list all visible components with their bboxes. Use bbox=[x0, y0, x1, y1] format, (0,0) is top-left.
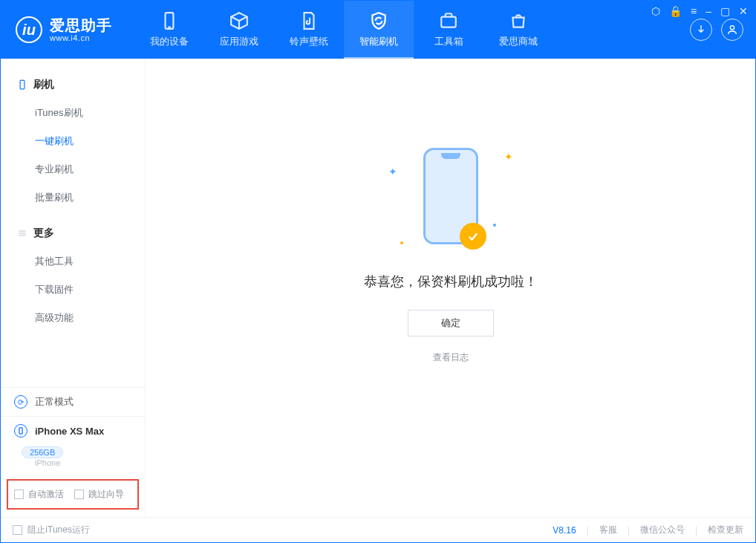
nav-label: 工具箱 bbox=[434, 35, 463, 48]
device-capacity-row: 256GB bbox=[1, 445, 145, 458]
svg-rect-4 bbox=[20, 80, 25, 89]
sparkle-icon: • bbox=[493, 219, 497, 231]
version-label: V8.16 bbox=[553, 525, 576, 536]
sidebar-item-firmware[interactable]: 下载固件 bbox=[1, 276, 145, 304]
logo-icon: iu bbox=[16, 16, 42, 43]
sidebar-item-other[interactable]: 其他工具 bbox=[1, 247, 145, 276]
wechat-link[interactable]: 微信公众号 bbox=[640, 524, 685, 536]
checkbox-label: 阻止iTunes运行 bbox=[27, 524, 90, 535]
sidebar-item-itunes[interactable]: iTunes刷机 bbox=[1, 99, 145, 127]
sparkle-icon: ✦ bbox=[504, 151, 513, 163]
sidebar-item-pro[interactable]: 专业刷机 bbox=[1, 155, 145, 183]
sidebar-scroll: 刷机 iTunes刷机 一键刷机 专业刷机 批量刷机 更多 其他工具 下载固件 … bbox=[1, 59, 145, 387]
nav-device[interactable]: 我的设备 bbox=[134, 1, 204, 59]
account-button[interactable] bbox=[721, 19, 743, 41]
nav-toolbox[interactable]: 工具箱 bbox=[414, 1, 483, 59]
status-bar: 阻止iTunes运行 V8.16 | 客服 | 微信公众号 | 检查更新 bbox=[1, 517, 755, 542]
nav-label: 我的设备 bbox=[150, 35, 189, 48]
main-content: ✦ ✦ • • 恭喜您，保资料刷机成功啦！ 确定 查看日志 bbox=[146, 59, 755, 517]
phone-small-icon bbox=[14, 424, 27, 438]
nav-label: 铃声壁纸 bbox=[290, 35, 328, 48]
checkbox-icon[interactable] bbox=[14, 490, 24, 499]
mode-icon: ⟳ bbox=[14, 395, 27, 409]
nav-ringtone[interactable]: 铃声壁纸 bbox=[274, 1, 344, 59]
user-icon bbox=[726, 24, 738, 36]
body: 刷机 iTunes刷机 一键刷机 专业刷机 批量刷机 更多 其他工具 下载固件 … bbox=[1, 59, 755, 517]
top-nav: 我的设备 应用游戏 铃声壁纸 智能刷机 工具箱 爱思商城 bbox=[134, 1, 553, 59]
checkbox-auto-activate[interactable]: 自动激活 bbox=[14, 488, 64, 501]
download-button[interactable] bbox=[690, 19, 712, 41]
check-badge-icon bbox=[460, 223, 486, 250]
nav-store[interactable]: 爱思商城 bbox=[483, 1, 553, 59]
device-name: iPhone XS Max bbox=[35, 426, 104, 437]
device-icon bbox=[17, 79, 27, 90]
sidebar-item-onekey[interactable]: 一键刷机 bbox=[1, 127, 145, 155]
window-controls: ⬡ 🔒 ≡ – ▢ ✕ bbox=[651, 5, 748, 17]
list-icon bbox=[17, 228, 27, 238]
sidebar-head-flash: 刷机 bbox=[1, 71, 145, 99]
sidebar-item-batch[interactable]: 批量刷机 bbox=[1, 183, 145, 212]
briefcase-icon bbox=[439, 11, 458, 30]
app-name: 爱思助手 bbox=[50, 17, 112, 33]
menu-icon[interactable]: ≡ bbox=[691, 5, 697, 17]
download-icon bbox=[695, 24, 707, 36]
nav-flash[interactable]: 智能刷机 bbox=[344, 1, 414, 59]
sidebar: 刷机 iTunes刷机 一键刷机 专业刷机 批量刷机 更多 其他工具 下载固件 … bbox=[1, 59, 146, 517]
view-log-link[interactable]: 查看日志 bbox=[433, 351, 469, 364]
header: iu 爱思助手 www.i4.cn 我的设备 应用游戏 铃声壁纸 智能刷机 bbox=[1, 1, 755, 59]
device-mode-row[interactable]: ⟳ 正常模式 bbox=[1, 388, 145, 416]
skin-icon[interactable]: ⬡ bbox=[651, 5, 660, 17]
cube-icon bbox=[229, 11, 249, 30]
sidebar-group-flash: 刷机 iTunes刷机 一键刷机 专业刷机 批量刷机 bbox=[1, 71, 145, 212]
success-illustration: ✦ ✦ • • bbox=[384, 140, 518, 252]
checkbox-label: 自动激活 bbox=[28, 488, 64, 501]
nav-label: 应用游戏 bbox=[220, 35, 258, 48]
statusbar-left: 阻止iTunes运行 bbox=[13, 524, 90, 536]
refresh-shield-icon bbox=[369, 11, 388, 30]
device-mode-label: 正常模式 bbox=[35, 395, 74, 409]
minimize-button[interactable]: – bbox=[706, 5, 711, 17]
sidebar-options-highlight: 自动激活 跳过向导 bbox=[7, 479, 139, 510]
support-link[interactable]: 客服 bbox=[599, 524, 617, 536]
phone-outline-icon bbox=[423, 148, 478, 244]
logo-text: 爱思助手 www.i4.cn bbox=[50, 17, 112, 42]
maximize-button[interactable]: ▢ bbox=[720, 5, 730, 17]
nav-label: 智能刷机 bbox=[359, 35, 398, 48]
phone-icon bbox=[160, 11, 179, 30]
ok-button[interactable]: 确定 bbox=[408, 310, 494, 336]
separator: | bbox=[587, 525, 589, 536]
app-window: ⬡ 🔒 ≡ – ▢ ✕ iu 爱思助手 www.i4.cn 我的设备 应用游戏 bbox=[0, 0, 756, 543]
sparkle-icon: • bbox=[400, 237, 404, 249]
success-message: 恭喜您，保资料刷机成功啦！ bbox=[364, 273, 538, 290]
statusbar-right: V8.16 | 客服 | 微信公众号 | 检查更新 bbox=[553, 524, 743, 536]
separator: | bbox=[695, 525, 697, 536]
sidebar-head-label: 更多 bbox=[33, 227, 54, 240]
device-info: ⟳ 正常模式 iPhone XS Max 256GB iPhone bbox=[1, 387, 145, 475]
svg-rect-8 bbox=[19, 428, 22, 434]
lock-icon[interactable]: 🔒 bbox=[669, 5, 682, 17]
app-domain: www.i4.cn bbox=[50, 33, 112, 42]
music-file-icon bbox=[299, 11, 319, 30]
separator: | bbox=[628, 525, 630, 536]
device-capacity: 256GB bbox=[22, 446, 63, 458]
nav-label: 爱思商城 bbox=[499, 35, 538, 48]
close-button[interactable]: ✕ bbox=[739, 5, 748, 17]
checkbox-icon[interactable] bbox=[74, 490, 84, 499]
checkbox-skip-guide[interactable]: 跳过向导 bbox=[74, 488, 124, 501]
sidebar-head-label: 刷机 bbox=[33, 78, 54, 91]
update-link[interactable]: 检查更新 bbox=[708, 524, 743, 536]
sparkle-icon: ✦ bbox=[388, 166, 397, 178]
checkbox-label: 跳过向导 bbox=[88, 488, 124, 501]
sidebar-head-more: 更多 bbox=[1, 219, 145, 247]
sidebar-item-advanced[interactable]: 高级功能 bbox=[1, 304, 145, 332]
device-name-row[interactable]: iPhone XS Max bbox=[1, 416, 145, 445]
app-logo[interactable]: iu 爱思助手 www.i4.cn bbox=[16, 16, 112, 43]
header-right bbox=[690, 19, 743, 41]
checkbox-block-itunes[interactable]: 阻止iTunes运行 bbox=[13, 524, 90, 536]
checkbox-icon[interactable] bbox=[13, 525, 22, 535]
nav-apps[interactable]: 应用游戏 bbox=[204, 1, 274, 59]
svg-point-3 bbox=[730, 26, 734, 30]
sidebar-group-more: 更多 其他工具 下载固件 高级功能 bbox=[1, 219, 145, 332]
device-type: iPhone bbox=[22, 458, 145, 475]
svg-rect-2 bbox=[441, 17, 456, 27]
